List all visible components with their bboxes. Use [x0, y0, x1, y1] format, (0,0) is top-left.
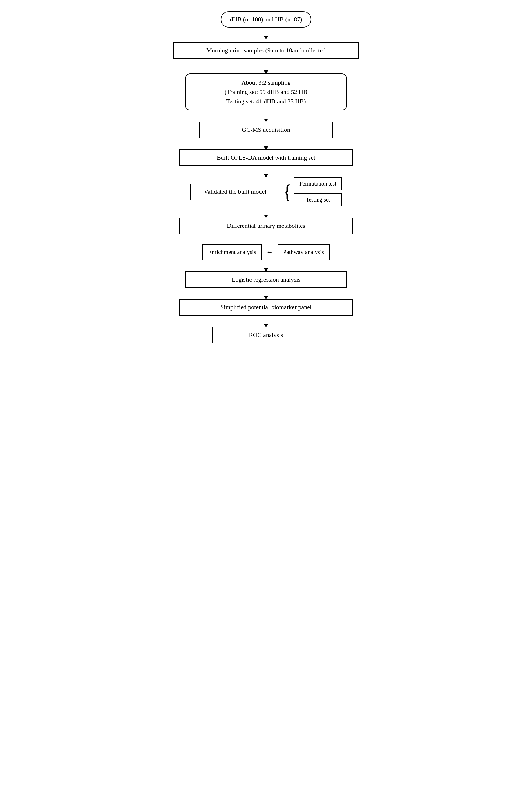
arrow-1 — [266, 27, 266, 39]
arrow-5 — [266, 166, 266, 177]
arrow-2 — [266, 62, 266, 73]
logistic-box: Logistic regression analysis — [185, 271, 347, 288]
flowchart: dHB (n=100) and HB (n=87) Morning urine … — [167, 11, 365, 344]
urine-box: Morning urine samples (9am to 10am) coll… — [173, 42, 359, 59]
top-box: dHB (n=100) and HB (n=87) — [221, 11, 311, 27]
validated-box: Validated the built model — [190, 184, 280, 200]
sampling-line2: (Training set: 59 dHB and 52 HB — [225, 88, 307, 95]
brace-icon: { — [282, 182, 292, 202]
pathway-label: Pathway analysis — [283, 249, 324, 255]
permutation-box: Permutation test — [294, 177, 342, 190]
side-boxes: Permutation test Testing set — [294, 177, 342, 206]
arrow-4 — [266, 138, 266, 149]
opls-label: Built OPLS-DA model with training set — [217, 154, 315, 161]
arrow-10 — [266, 316, 266, 327]
testing-set-label: Testing set — [306, 197, 330, 203]
validation-row: Validated the built model { Permutation … — [167, 177, 365, 206]
double-arrow-icon: ↔ — [266, 248, 273, 256]
sampling-line3: Testing set: 41 dHB and 35 HB) — [226, 98, 306, 105]
roc-label: ROC analysis — [249, 331, 283, 338]
arrow-7-line — [266, 234, 266, 244]
gcms-label: GC-MS acquisition — [242, 126, 290, 133]
permutation-label: Permutation test — [299, 181, 336, 187]
arrow-8 — [266, 260, 266, 271]
enrich-pathway-row: Enrichment analysis ↔ Pathway analysis — [167, 244, 365, 260]
top-label: dHB (n=100) and HB (n=87) — [230, 16, 302, 23]
testing-set-box: Testing set — [294, 193, 342, 206]
urine-label: Morning urine samples (9am to 10am) coll… — [206, 47, 326, 54]
biomarker-label: Simplified potential biomarker panel — [220, 304, 312, 311]
arrow-6 — [266, 206, 266, 218]
roc-box: ROC analysis — [212, 327, 320, 344]
validated-label: Validated the built model — [204, 188, 267, 195]
arrow-9 — [266, 288, 266, 299]
sampling-line1: About 3:2 sampling — [241, 79, 291, 86]
differential-box: Differential urinary metabolites — [179, 218, 353, 234]
arrow-3 — [266, 110, 266, 122]
sampling-box: About 3:2 sampling (Training set: 59 dHB… — [185, 73, 347, 110]
logistic-label: Logistic regression analysis — [232, 276, 300, 283]
biomarker-box: Simplified potential biomarker panel — [179, 299, 353, 316]
enrichment-box: Enrichment analysis — [202, 244, 262, 260]
pathway-box: Pathway analysis — [277, 244, 330, 260]
enrichment-label: Enrichment analysis — [208, 249, 256, 255]
differential-label: Differential urinary metabolites — [227, 222, 305, 229]
brace-section: { Permutation test Testing set — [282, 177, 342, 206]
gcms-box: GC-MS acquisition — [199, 122, 333, 138]
opls-box: Built OPLS-DA model with training set — [179, 149, 353, 166]
